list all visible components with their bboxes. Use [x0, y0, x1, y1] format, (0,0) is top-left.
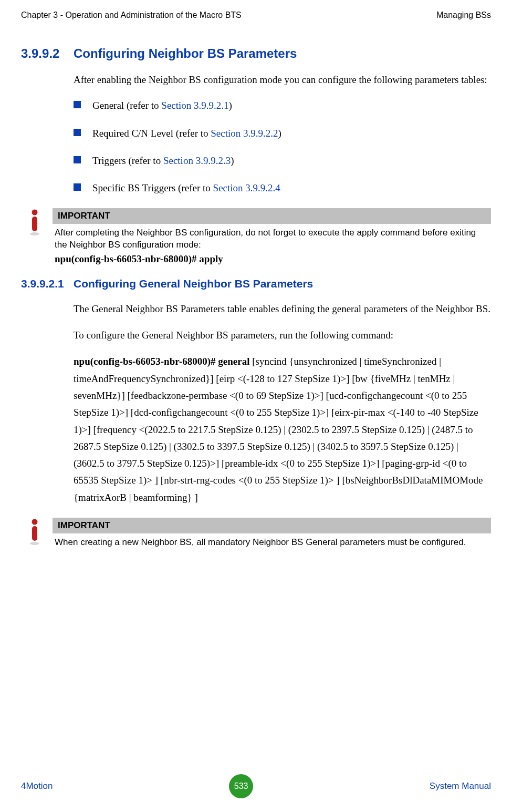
header-right: Managing BSs: [436, 11, 491, 20]
list-item: Triggers (refer to Section 3.9.9.2.3): [74, 153, 491, 169]
section-link[interactable]: Section 3.9.9.2.2: [211, 128, 278, 139]
important-content: IMPORTANT After completing the Neighbor …: [53, 208, 491, 265]
svg-point-2: [30, 232, 39, 235]
list-item: Required C/N Level (refer to Section 3.9…: [74, 126, 491, 141]
important-label: IMPORTANT: [53, 518, 491, 533]
list-item-suffix: ): [229, 100, 232, 111]
important-callout: IMPORTANT After completing the Neighbor …: [28, 208, 491, 265]
document-page: Chapter 3 - Operation and Administration…: [0, 0, 512, 812]
section-link[interactable]: Section 3.9.9.2.4: [213, 182, 280, 193]
subsection-heading: 3.9.9.2.1 Configuring General Neighbor B…: [21, 277, 491, 290]
page-number: 533: [234, 782, 248, 791]
important-callout: IMPORTANT When creating a new Neighbor B…: [28, 518, 491, 549]
svg-point-0: [32, 209, 38, 215]
info-icon: [28, 208, 43, 237]
paragraph: The General Neighbor BS Parameters table…: [74, 301, 491, 317]
footer-left: 4Motion: [21, 781, 53, 792]
important-text: When creating a new Neighbor BS, all man…: [53, 537, 491, 549]
important-text: After completing the Neighbor BS configu…: [53, 227, 491, 251]
list-item: General (refer to Section 3.9.9.2.1): [74, 98, 491, 114]
paragraph: After enabling the Neighbor BS configura…: [74, 71, 491, 88]
list-item-text: Required C/N Level (refer to: [92, 128, 211, 139]
page-header: Chapter 3 - Operation and Administration…: [21, 11, 491, 20]
page-number-badge: 533: [229, 774, 253, 798]
svg-point-5: [30, 542, 39, 545]
subsection-number: 3.9.9.2.1: [21, 277, 74, 290]
footer-right: System Manual: [430, 781, 491, 792]
command-args: [syncind {unsynchronized | timeSynchroni…: [74, 356, 483, 502]
info-icon: [28, 518, 43, 546]
important-content: IMPORTANT When creating a new Neighbor B…: [53, 518, 491, 549]
list-item-text: General (refer to: [92, 100, 161, 111]
list-item-text: Specific BS Triggers (refer to: [92, 182, 213, 193]
section-heading: 3.9.9.2 Configuring Neighbor BS Paramete…: [21, 46, 491, 61]
important-label: IMPORTANT: [53, 208, 491, 224]
section-number: 3.9.9.2: [21, 46, 74, 61]
svg-point-3: [32, 519, 38, 525]
bullet-list: General (refer to Section 3.9.9.2.1) Req…: [74, 98, 491, 197]
section-link[interactable]: Section 3.9.9.2.1: [161, 100, 228, 111]
list-item: Specific BS Triggers (refer to Section 3…: [74, 180, 491, 196]
command-bold: npu(config-bs-66053-nbr-68000)# general: [74, 356, 250, 367]
command-block: npu(config-bs-66053-nbr-68000)# general …: [74, 353, 491, 506]
page-footer: 4Motion 533 System Manual: [21, 774, 491, 798]
list-item-text: Triggers (refer to: [92, 155, 163, 166]
list-item-suffix: ): [231, 155, 234, 166]
header-left: Chapter 3 - Operation and Administration…: [21, 11, 242, 20]
section-title: Configuring Neighbor BS Parameters: [74, 46, 297, 61]
svg-rect-4: [32, 526, 37, 541]
subsection-title: Configuring General Neighbor BS Paramete…: [74, 277, 313, 290]
svg-rect-1: [32, 217, 37, 231]
section-link[interactable]: Section 3.9.9.2.3: [163, 155, 231, 166]
list-item-suffix: ): [278, 128, 281, 139]
paragraph: To configure the General Neighbor BS par…: [74, 327, 491, 344]
command-line: npu(config-bs-66053-nbr-68000)# apply: [53, 251, 491, 265]
